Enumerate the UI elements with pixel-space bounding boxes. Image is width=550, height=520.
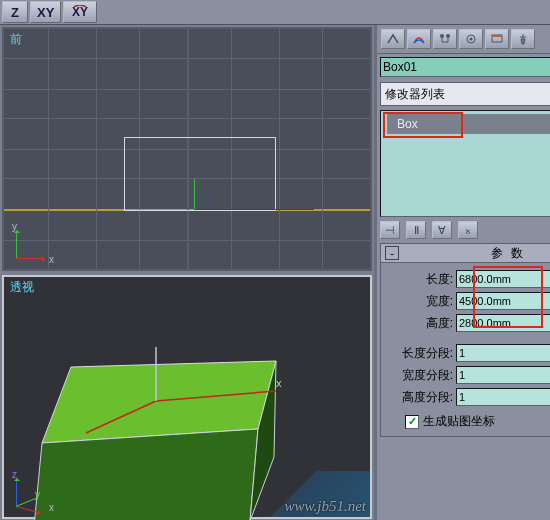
- box-mesh[interactable]: x: [26, 327, 306, 520]
- command-panel-tabs: [377, 25, 550, 54]
- length-label: 长度:: [383, 271, 456, 288]
- axis-z-button[interactable]: Z: [2, 1, 28, 23]
- top-toolbar: Z XY XY: [0, 0, 550, 25]
- length-input[interactable]: [456, 270, 550, 288]
- svg-text:x: x: [276, 377, 282, 389]
- watermark-text: www.jb51.net: [285, 498, 366, 515]
- parameters-rollout-header[interactable]: - 参数: [381, 244, 550, 263]
- hsegs-input[interactable]: [456, 388, 550, 406]
- move-gizmo-y[interactable]: [194, 179, 195, 209]
- collapse-icon: -: [385, 246, 399, 260]
- wsegs-label: 宽度分段:: [383, 367, 456, 384]
- object-name-input[interactable]: [380, 57, 550, 77]
- modifier-stack-item[interactable]: Box: [387, 114, 550, 134]
- viewport-front-label: 前: [10, 31, 22, 48]
- svg-point-9: [440, 34, 444, 38]
- modifier-list-label: 修改器列表: [385, 86, 445, 103]
- modify-tab-icon[interactable]: [407, 29, 431, 49]
- make-unique-icon[interactable]: ∀: [432, 221, 452, 239]
- utilities-tab-icon[interactable]: [511, 29, 535, 49]
- gen-map-coords-label: 生成贴图坐标: [423, 413, 495, 430]
- axis-xy-button[interactable]: XY: [30, 1, 61, 23]
- parameters-rollout: - 参数 长度:▲▼ 宽度:▲▼ 高度:▲▼ 长度分段:▲▼ 宽度分段:▲▼ 高…: [380, 243, 550, 437]
- wsegs-input[interactable]: [456, 366, 550, 384]
- gen-map-coords-checkbox[interactable]: ✓: [405, 415, 419, 429]
- move-gizmo-x[interactable]: [194, 209, 314, 210]
- width-label: 宽度:: [383, 293, 456, 310]
- motion-tab-icon[interactable]: [459, 29, 483, 49]
- modifier-stack-tools: ⊣ Ⅱ ∀ ᴕ ▦: [380, 221, 550, 239]
- pin-stack-icon[interactable]: ⊣: [380, 221, 400, 239]
- viewport-perspective[interactable]: 透视 x z x y www: [2, 275, 372, 519]
- create-tab-icon[interactable]: [381, 29, 405, 49]
- axis-xy-rotate-button[interactable]: XY: [63, 1, 97, 23]
- hsegs-label: 高度分段:: [383, 389, 456, 406]
- svg-marker-3: [34, 429, 258, 520]
- lsegs-input[interactable]: [456, 344, 550, 362]
- svg-rect-14: [492, 35, 502, 37]
- svg-point-12: [470, 38, 473, 41]
- viewport-axis-gizmo: y x: [14, 227, 48, 261]
- command-panel: 修改器列表 ▼ Box ⊣ Ⅱ ∀ ᴕ ▦ - 参数 长度:▲▼ 宽度:▲▼ 高…: [374, 25, 550, 520]
- modifier-stack[interactable]: Box: [380, 110, 550, 217]
- height-label: 高度:: [383, 315, 456, 332]
- viewport-front[interactable]: 前 y: [2, 27, 372, 271]
- remove-modifier-icon[interactable]: ᴕ: [458, 221, 478, 239]
- lsegs-label: 长度分段:: [383, 345, 456, 362]
- box-wireframe[interactable]: [124, 137, 276, 211]
- modifier-list-combo[interactable]: 修改器列表 ▼: [380, 82, 550, 106]
- parameters-body: 长度:▲▼ 宽度:▲▼ 高度:▲▼ 长度分段:▲▼ 宽度分段:▲▼ 高度分段:▲…: [381, 263, 550, 436]
- width-input[interactable]: [456, 292, 550, 310]
- svg-point-10: [446, 34, 450, 38]
- viewport-axis-gizmo-persp: z x y: [14, 475, 48, 509]
- height-input[interactable]: [456, 314, 550, 332]
- svg-text:X: X: [72, 5, 80, 19]
- hierarchy-tab-icon[interactable]: [433, 29, 457, 49]
- svg-text:Y: Y: [80, 5, 88, 19]
- display-tab-icon[interactable]: [485, 29, 509, 49]
- parameters-rollout-title: 参数: [405, 245, 550, 262]
- viewport-perspective-label: 透视: [10, 279, 34, 296]
- show-end-result-icon[interactable]: Ⅱ: [406, 221, 426, 239]
